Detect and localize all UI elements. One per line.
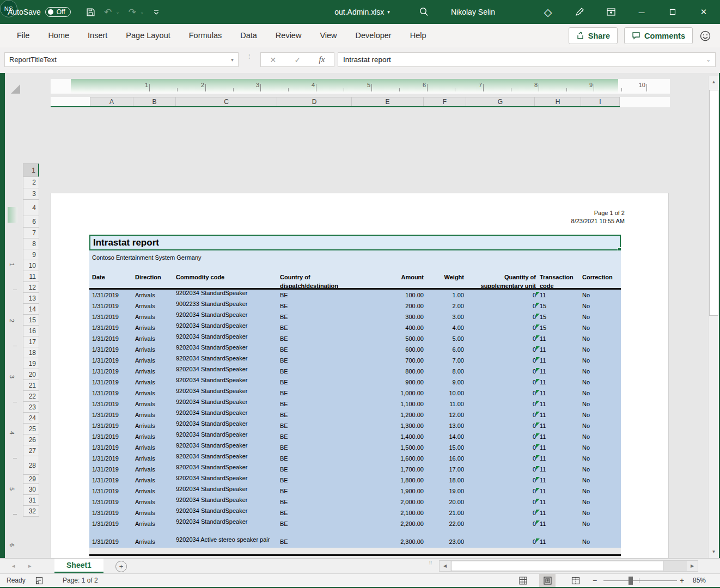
table-row[interactable]: 1/31/2019Arrivals9202034 StandardSpeaker… — [89, 322, 621, 333]
row-header-17[interactable]: 17 — [23, 336, 39, 347]
normal-view-button[interactable] — [515, 574, 531, 587]
zoom-slider-track[interactable] — [603, 580, 677, 581]
vertical-scroll-thumb[interactable] — [709, 90, 718, 316]
table-row[interactable]: 1/31/2019Arrivals9202034 StandardSpeaker… — [89, 377, 621, 388]
close-button[interactable]: ✕ — [691, 0, 716, 24]
user-name[interactable]: Nikolay Selin — [451, 0, 495, 24]
row-header-14[interactable]: 14 — [23, 304, 39, 315]
scroll-left-icon[interactable]: ◀ — [440, 561, 450, 571]
sheet-next-icon[interactable]: ▸ — [28, 562, 32, 569]
row-header-2[interactable]: 2 — [23, 177, 39, 188]
share-button[interactable]: Share — [569, 27, 618, 44]
row-header-22[interactable]: 22 — [23, 391, 39, 402]
scroll-down-icon[interactable]: ▼ — [709, 546, 719, 558]
table-row[interactable]: 1/31/2019Arrivals9002233 StandardSpeaker… — [89, 301, 621, 311]
table-row[interactable]: 1/31/2019Arrivals9202034 StandardSpeaker… — [89, 355, 621, 366]
tab-page-layout[interactable]: Page Layout — [117, 31, 179, 40]
sheet-prev-icon[interactable]: ◂ — [12, 562, 15, 569]
table-row[interactable]: 1/31/2019Arrivals9202034 StandardSpeaker… — [89, 409, 621, 420]
column-header-f[interactable]: F — [423, 97, 466, 106]
row-header-21[interactable]: 21 — [23, 380, 39, 391]
sheet-tab-sheet1[interactable]: Sheet1 — [54, 559, 103, 573]
row-header-32[interactable]: 32 — [23, 506, 39, 517]
column-header-d[interactable]: D — [277, 97, 351, 106]
zoom-slider-thumb[interactable] — [629, 577, 633, 585]
row-header-25[interactable]: 25 — [23, 424, 39, 434]
table-row[interactable]: 1/31/2019Arrivals9202034 StandardSpeaker… — [89, 497, 621, 507]
row-header-18[interactable]: 18 — [23, 347, 39, 358]
undo-dropdown-icon[interactable]: ⌄ — [115, 9, 120, 15]
row-header-16[interactable]: 16 — [23, 326, 39, 336]
table-row[interactable]: 1/31/2019Arrivals9202034 Active stereo s… — [89, 529, 621, 548]
table-row[interactable]: 1/31/2019Arrivals9202034 StandardSpeaker… — [89, 486, 621, 497]
horizontal-scrollbar[interactable]: ◀ ▶ — [439, 560, 698, 572]
row-header-12[interactable]: 12 — [23, 282, 39, 293]
vertical-scrollbar[interactable]: ▲ ▼ — [708, 76, 719, 558]
row-header-23[interactable]: 23 — [23, 402, 39, 413]
comments-button[interactable]: Comments — [624, 27, 693, 44]
table-row[interactable]: 1/31/2019Arrivals9202034 StandardSpeaker… — [89, 420, 621, 431]
tab-data[interactable]: Data — [231, 31, 266, 40]
column-header-a[interactable]: A — [90, 97, 133, 106]
row-header-6[interactable]: 6 — [23, 216, 39, 228]
cancel-icon[interactable]: ✕ — [270, 56, 277, 64]
formula-expand-icon[interactable]: ⌄ — [706, 57, 711, 63]
page-break-preview-button[interactable] — [568, 574, 584, 587]
table-row[interactable]: 1/31/2019Arrivals9202034 StandardSpeaker… — [89, 366, 621, 377]
table-row[interactable]: 1/31/2019Arrivals9202034 StandardSpeaker… — [89, 475, 621, 486]
row-header-28[interactable]: 28 — [23, 456, 39, 475]
table-row[interactable]: 1/31/2019Arrivals9202034 StandardSpeaker… — [89, 518, 621, 529]
row-header-13[interactable]: 13 — [23, 293, 39, 304]
page-layout-view-button[interactable] — [539, 574, 556, 587]
row-header-9[interactable]: 9 — [23, 249, 39, 260]
tab-review[interactable]: Review — [266, 31, 311, 40]
report-title-cell[interactable]: Intrastat report — [89, 235, 621, 250]
row-header-15[interactable]: 15 — [23, 315, 39, 326]
row-header-10[interactable]: 10 — [23, 260, 39, 271]
column-header-e[interactable]: E — [351, 97, 423, 106]
tab-file[interactable]: File — [8, 31, 39, 40]
table-row[interactable]: 1/31/2019Arrivals9202034 StandardSpeaker… — [89, 290, 621, 301]
minimize-button[interactable]: ─ — [629, 0, 654, 24]
tab-formulas[interactable]: Formulas — [180, 31, 231, 40]
search-icon[interactable] — [418, 0, 429, 24]
feedback-smiley-icon[interactable] — [699, 30, 711, 42]
maximize-button[interactable] — [660, 0, 685, 24]
tab-developer[interactable]: Developer — [346, 31, 401, 40]
row-header-11[interactable]: 11 — [23, 271, 39, 282]
customize-qat-icon[interactable] — [153, 9, 160, 15]
new-sheet-button[interactable]: + — [115, 561, 127, 572]
table-row[interactable]: 1/31/2019Arrivals9202034 StandardSpeaker… — [89, 464, 621, 475]
row-header-26[interactable]: 26 — [23, 434, 39, 445]
table-row[interactable]: 1/31/2019Arrivals9202034 StandardSpeaker… — [89, 344, 621, 355]
document-title[interactable]: out.Admin.xlsx ▾ — [327, 0, 398, 24]
autosave-toggle[interactable]: Off — [45, 7, 71, 17]
tab-help[interactable]: Help — [401, 31, 436, 40]
table-row[interactable]: 1/31/2019Arrivals9202034 StandardSpeaker… — [89, 333, 621, 344]
insert-function-icon[interactable]: fx — [319, 55, 325, 64]
name-box[interactable]: ReportTitleText ▾ — [4, 52, 239, 67]
ribbon-display-options-icon[interactable] — [596, 0, 626, 24]
tab-insert[interactable]: Insert — [78, 31, 117, 40]
table-row[interactable]: 1/31/2019Arrivals9202034 StandardSpeaker… — [89, 311, 621, 322]
macro-record-icon[interactable] — [35, 574, 44, 587]
column-header-h[interactable]: H — [534, 97, 581, 106]
row-header-7[interactable]: 7 — [23, 228, 39, 238]
editor-pen-icon[interactable] — [564, 0, 595, 24]
report-totals-block[interactable]: Number of lines Amount Weight Page total… — [89, 548, 621, 558]
row-header-27[interactable]: 27 — [23, 445, 39, 456]
table-row[interactable]: 1/31/2019Arrivals9202034 StandardSpeaker… — [89, 399, 621, 409]
zoom-in-button[interactable]: + — [680, 574, 684, 587]
premium-diamond-icon[interactable]: ◇ — [533, 0, 563, 24]
column-header-b[interactable]: B — [133, 97, 175, 106]
tab-view[interactable]: View — [310, 31, 346, 40]
table-row[interactable]: 1/31/2019Arrivals9202034 StandardSpeaker… — [89, 453, 621, 464]
tab-scrollbar-splitter[interactable]: ⁞⁞ — [429, 562, 432, 565]
column-header-g[interactable]: G — [466, 97, 534, 106]
table-row[interactable]: 1/31/2019Arrivals9202034 StandardSpeaker… — [89, 507, 621, 518]
table-row[interactable]: 1/31/2019Arrivals9202034 StandardSpeaker… — [89, 431, 621, 442]
report-header-block[interactable]: Contoso Entertainment System Germany Dat… — [89, 250, 621, 290]
row-header-3[interactable]: 3 — [23, 188, 39, 200]
formula-input[interactable]: Intrastat report ⌄ — [338, 52, 716, 67]
redo-dropdown-icon[interactable]: ⌄ — [140, 9, 144, 15]
